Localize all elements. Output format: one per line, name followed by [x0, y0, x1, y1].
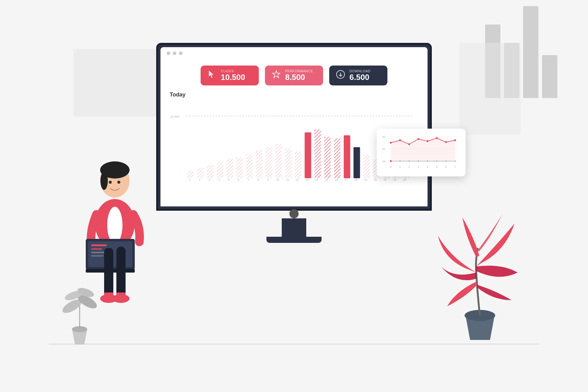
svg-rect-8: [197, 168, 204, 178]
star-icon: [272, 70, 281, 81]
svg-text:6: 6: [238, 178, 239, 181]
svg-point-83: [454, 160, 456, 162]
performance-value: 8.500: [285, 73, 313, 82]
svg-rect-13: [246, 154, 252, 178]
svg-point-89: [109, 181, 112, 184]
svg-marker-0: [273, 71, 280, 78]
svg-point-79: [418, 160, 419, 162]
performance-info: Performance 8.500: [285, 69, 313, 82]
svg-text:14: 14: [315, 178, 318, 181]
performance-card: Performance 8.500: [265, 66, 323, 85]
monitor-stand-base: [266, 237, 322, 243]
svg-rect-11: [227, 159, 233, 178]
svg-point-85: [107, 207, 123, 243]
svg-text:2: 2: [199, 178, 200, 181]
title-dot-2: [173, 51, 176, 55]
main-scene: Clicks 10.500 Performance: [49, 31, 539, 368]
svg-text:17: 17: [345, 178, 348, 181]
clicks-label: Clicks: [221, 69, 245, 73]
title-dot-3: [179, 51, 183, 55]
svg-text:18: 18: [354, 178, 357, 181]
performance-label: Performance: [285, 69, 313, 73]
title-bar: [160, 47, 428, 59]
svg-rect-17: [285, 149, 292, 178]
svg-point-90: [117, 181, 120, 184]
svg-rect-14: [256, 150, 262, 178]
bg-bar-4: [542, 55, 557, 98]
download-icon: [336, 70, 345, 81]
svg-point-88: [100, 172, 108, 190]
svg-text:19: 19: [364, 178, 367, 181]
svg-text:7: 7: [248, 178, 249, 181]
plant-left: [58, 259, 101, 345]
svg-text:21: 21: [384, 178, 387, 181]
svg-rect-25: [363, 154, 370, 178]
svg-text:30: 30: [382, 135, 385, 138]
monitor-screen: Clicks 10.500 Performance: [160, 47, 428, 206]
clicks-info: Clicks 10.500: [221, 69, 245, 82]
line-chart-card: 30 20 10 0 1 2 3 4 5 6 7: [377, 129, 466, 176]
svg-text:16: 16: [335, 178, 338, 181]
svg-text:10.000: 10.000: [170, 115, 179, 118]
chart-title: Today: [170, 92, 418, 98]
svg-text:4: 4: [218, 178, 220, 181]
svg-rect-95: [91, 252, 105, 253]
svg-rect-23: [344, 135, 350, 178]
svg-text:3: 3: [417, 165, 419, 168]
svg-text:0: 0: [390, 165, 391, 168]
svg-rect-24: [353, 147, 360, 178]
stats-row: Clicks 10.500 Performance: [160, 59, 428, 89]
svg-point-76: [390, 160, 392, 162]
svg-rect-105: [116, 292, 126, 299]
svg-text:1: 1: [399, 165, 401, 168]
svg-text:8: 8: [258, 178, 259, 181]
svg-text:23: 23: [403, 178, 406, 181]
svg-text:2: 2: [408, 165, 410, 168]
svg-rect-18: [295, 152, 301, 178]
svg-point-81: [436, 160, 438, 162]
svg-point-77: [399, 160, 401, 162]
title-dot-1: [167, 51, 170, 55]
svg-rect-104: [104, 292, 113, 299]
svg-text:13: 13: [306, 178, 309, 181]
svg-text:3: 3: [209, 178, 210, 181]
bg-paper-right: [459, 43, 521, 135]
svg-point-78: [409, 160, 410, 162]
bg-paper-left: [74, 49, 159, 116]
svg-text:22: 22: [394, 178, 397, 181]
svg-text:10: 10: [276, 178, 279, 181]
svg-point-80: [427, 160, 428, 162]
svg-rect-15: [266, 147, 272, 178]
svg-text:4: 4: [427, 165, 428, 168]
svg-rect-94: [91, 248, 102, 250]
svg-text:20: 20: [374, 178, 377, 181]
svg-rect-100: [104, 248, 113, 297]
svg-text:9: 9: [267, 178, 269, 181]
svg-rect-7: [187, 171, 194, 178]
svg-rect-16: [275, 144, 282, 178]
svg-point-82: [445, 160, 447, 162]
svg-text:5: 5: [436, 165, 437, 168]
svg-rect-20: [315, 129, 321, 178]
svg-rect-12: [236, 157, 243, 178]
cursor-icon: [207, 70, 217, 81]
download-label: Download: [349, 69, 371, 73]
svg-rect-19: [305, 132, 311, 178]
svg-rect-22: [334, 138, 341, 178]
plant-right: [426, 211, 533, 349]
svg-text:11: 11: [286, 178, 289, 181]
svg-text:12: 12: [296, 178, 299, 181]
download-card: Download 6.500: [329, 66, 387, 85]
svg-text:10: 10: [382, 160, 385, 163]
svg-text:15: 15: [325, 178, 328, 181]
svg-rect-9: [207, 165, 213, 178]
svg-rect-93: [91, 244, 107, 246]
svg-text:1: 1: [189, 178, 190, 181]
svg-text:6: 6: [445, 165, 447, 168]
clicks-value: 10.500: [221, 73, 245, 82]
svg-text:20: 20: [382, 148, 385, 151]
svg-rect-10: [217, 162, 223, 178]
monitor-frame: Clicks 10.500 Performance: [156, 43, 432, 211]
download-info: Download 6.500: [349, 69, 371, 82]
monitor-stand-neck: [282, 218, 306, 237]
